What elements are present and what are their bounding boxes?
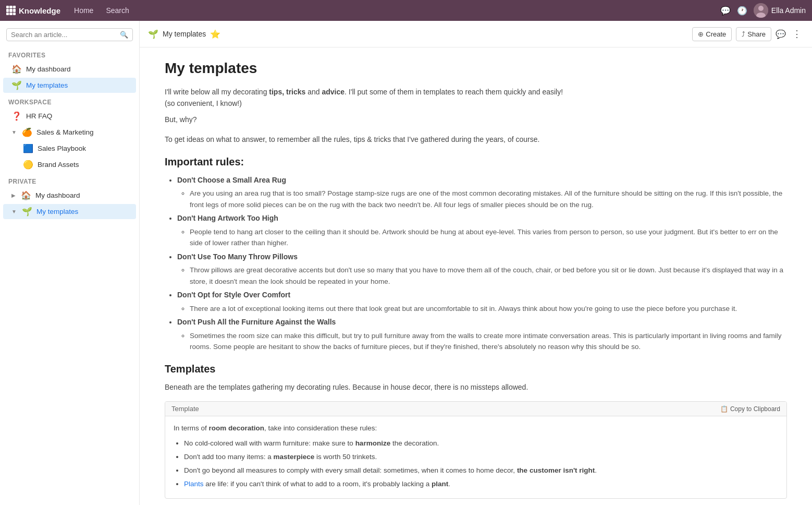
home-link[interactable]: Home <box>69 4 99 17</box>
customer-bold: the customer isn't right <box>517 466 595 474</box>
sidebar-item-my-templates-priv[interactable]: ▼ 🌱 My templates <box>3 204 136 219</box>
search-link[interactable]: Search <box>101 4 134 17</box>
share-button[interactable]: ⤴ Share <box>736 27 771 41</box>
list-item: Don't Push All the Furniture Against the… <box>177 316 787 353</box>
search-box[interactable]: 🔍 <box>6 28 133 41</box>
topnav-links: Home Search <box>69 4 134 17</box>
sidebar-item-label: HR FAQ <box>26 112 52 120</box>
topnav-right: 💬 🕐 Ella Admin <box>720 3 806 18</box>
chevron-right-icon: ▶ <box>11 193 16 198</box>
share-icon: ⤴ <box>742 30 745 38</box>
create-label: Create <box>706 30 726 38</box>
comment-icon[interactable]: 💬 <box>776 29 786 39</box>
more-options-icon[interactable]: ⋮ <box>790 26 804 42</box>
sidebar-item-my-dashboard-fav[interactable]: 🏠 My dashboard <box>3 62 136 77</box>
sidebar-item-label: Sales Playbook <box>38 145 86 152</box>
rule-sub: There are a lot of exceptional looking i… <box>190 303 787 315</box>
template-bold: room decoration <box>209 424 265 432</box>
intro-bold2: advice <box>322 88 345 96</box>
rule-title: Don't Choose a Small Area Rug <box>177 176 286 184</box>
sidebar-item-sales-playbook[interactable]: 🟦 Sales Playbook <box>15 141 136 156</box>
rule-title: Don't Use Too Many Throw Pillows <box>177 252 298 261</box>
template-body: In terms of room decoration, take into c… <box>165 416 786 498</box>
sidebar-item-sales-marketing[interactable]: ▼ 🍊 Sales & Marketing <box>3 125 136 140</box>
template-box: Template 📋 Copy to Clipboard In terms of… <box>165 401 787 499</box>
avatar-image <box>754 3 768 18</box>
rule-title: Don't Push All the Furniture Against the… <box>177 318 336 326</box>
rule-sub: Throw pillows are great decorative accen… <box>190 264 787 287</box>
sidebar-item-brand-assets[interactable]: 🟡 Brand Assets <box>15 157 136 172</box>
template-rule-item: Don't add too many items: a masterpiece … <box>184 451 778 463</box>
sidebar-item-my-dashboard-priv[interactable]: ▶ 🏠 My dashboard <box>3 188 136 203</box>
sidebar-item-label: My dashboard <box>35 191 80 199</box>
article-content: My templates I'll write below all my dec… <box>140 47 812 505</box>
template-rule-item: Plants are life: if you can't think of w… <box>184 478 778 490</box>
template-intro-text: In terms of <box>174 424 209 432</box>
rules-heading: Important rules: <box>165 156 787 168</box>
user-avatar[interactable]: Ella Admin <box>754 3 806 18</box>
share-label: Share <box>747 30 766 38</box>
plus-icon: ⊕ <box>698 30 704 38</box>
rules-list: Don't Choose a Small Area Rug Are you us… <box>177 174 787 353</box>
brand-label: Knowledge <box>19 6 60 15</box>
page-icon: 🌱 <box>148 29 158 39</box>
topnav: Knowledge Home Search 💬 🕐 Ella Admin <box>0 0 812 21</box>
content-topbar: 🌱 My templates ⭐ ⊕ Create ⤴ Share 💬 ⋮ <box>140 21 812 47</box>
search-input[interactable] <box>11 31 120 39</box>
content-area: 🌱 My templates ⭐ ⊕ Create ⤴ Share 💬 ⋮ My… <box>140 21 812 505</box>
clock-icon[interactable]: 🕐 <box>737 6 747 16</box>
sidebar: 🔍 Favorites 🏠 My dashboard 🌱 My template… <box>0 21 140 505</box>
chevron-down-icon: ▼ <box>11 129 17 135</box>
rule-title: Don't Hang Artwork Too High <box>177 214 278 222</box>
copy-icon: 📋 <box>720 405 728 413</box>
plants-link[interactable]: Plants <box>184 480 204 488</box>
copy-to-clipboard-button[interactable]: 📋 Copy to Clipboard <box>720 405 780 413</box>
brand-grid-icon <box>6 6 16 15</box>
private-dashboard-icon: 🏠 <box>21 190 31 200</box>
rule-title: Don't Opt for Style Over Comfort <box>177 291 290 299</box>
copy-label: Copy to Clipboard <box>730 405 780 413</box>
sidebar-item-label: Sales & Marketing <box>36 128 94 136</box>
article-title: My templates <box>165 60 787 77</box>
main-layout: 🔍 Favorites 🏠 My dashboard 🌱 My template… <box>0 21 812 505</box>
masterpiece-bold: masterpiece <box>273 453 314 461</box>
template-rule-item: Don't go beyond all measures to comply w… <box>184 465 778 477</box>
why-text: To get ideas on what to answer, to remem… <box>165 134 787 145</box>
sidebar-item-label: My dashboard <box>26 65 71 73</box>
chevron-down-icon-2: ▼ <box>11 209 17 214</box>
intro-bold1: tips, tricks <box>269 88 305 96</box>
template-intro-line: In terms of room decoration, take into c… <box>174 423 778 435</box>
sidebar-item-my-templates-fav[interactable]: 🌱 My templates <box>3 78 136 93</box>
list-item: Don't Use Too Many Throw Pillows Throw p… <box>177 251 787 287</box>
hr-faq-icon: ❓ <box>11 111 22 121</box>
template-header: Template 📋 Copy to Clipboard <box>165 402 786 416</box>
search-icon: 🔍 <box>120 31 128 39</box>
harmonize-bold: harmonize <box>355 439 391 447</box>
dashboard-icon: 🏠 <box>11 64 22 74</box>
template-label: Template <box>171 405 199 413</box>
list-item: Don't Opt for Style Over Comfort There a… <box>177 289 787 314</box>
private-templates-icon: 🌱 <box>22 207 32 217</box>
plant-bold: plant <box>432 480 448 488</box>
favorite-star-icon[interactable]: ⭐ <box>210 29 220 39</box>
sidebar-item-label: Brand Assets <box>38 161 79 169</box>
template-intro-rest: , take into consideration these rules: <box>264 424 377 432</box>
templates-desc: Beneath are the templates gathering my d… <box>165 381 787 393</box>
rule-sub: Are you using an area rug that is too sm… <box>190 188 787 210</box>
workspace-label: Workspace <box>0 93 139 108</box>
create-button[interactable]: ⊕ Create <box>692 27 732 41</box>
but-why: But, why? <box>165 114 787 125</box>
chat-icon[interactable]: 💬 <box>720 6 731 16</box>
templates-heading: Templates <box>165 363 787 375</box>
rule-sub: People tend to hang art closer to the ce… <box>190 226 787 249</box>
sidebar-item-label: My templates <box>26 81 68 89</box>
sidebar-search-container: 🔍 <box>0 25 139 44</box>
topbar-actions: ⊕ Create ⤴ Share 💬 ⋮ <box>692 26 804 42</box>
intro-note: (so convenient, I know!) <box>165 99 242 107</box>
template-rule-item: No cold-colored wall with warm furniture… <box>184 438 778 450</box>
username-label: Ella Admin <box>771 6 806 15</box>
sidebar-item-label: My templates <box>36 208 78 215</box>
sales-playbook-icon: 🟦 <box>23 143 33 153</box>
intro-and: and <box>305 88 322 96</box>
sidebar-item-hr-faq[interactable]: ❓ HR FAQ <box>3 109 136 124</box>
